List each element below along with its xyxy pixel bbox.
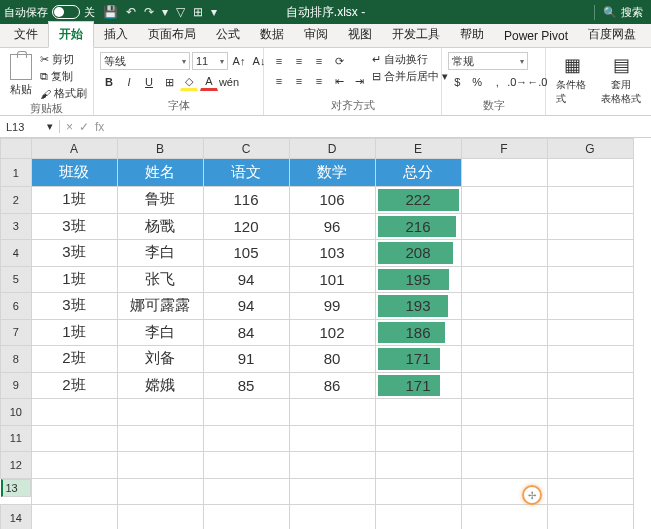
- column-header[interactable]: A: [31, 139, 117, 159]
- phonetic-button[interactable]: wén: [220, 73, 238, 91]
- cell[interactable]: [375, 478, 461, 505]
- cell[interactable]: [547, 159, 633, 187]
- row-header[interactable]: 1: [1, 159, 32, 187]
- cell[interactable]: 张飞: [117, 266, 203, 293]
- tab-开始[interactable]: 开始: [48, 21, 94, 48]
- font-name-select[interactable]: 等线▾: [100, 52, 190, 70]
- qat-dropdown-icon[interactable]: ▾: [162, 5, 168, 19]
- tab-视图[interactable]: 视图: [338, 22, 382, 47]
- cell[interactable]: 刘备: [117, 346, 203, 373]
- align-right-icon[interactable]: ≡: [310, 72, 328, 90]
- paste-button[interactable]: 粘贴: [6, 52, 36, 99]
- cell[interactable]: [289, 452, 375, 479]
- cell[interactable]: [461, 425, 547, 452]
- currency-icon[interactable]: $: [448, 73, 466, 91]
- cell[interactable]: 106: [289, 187, 375, 214]
- cell[interactable]: [461, 213, 547, 240]
- cell[interactable]: [547, 293, 633, 320]
- enter-icon[interactable]: ✓: [79, 120, 89, 134]
- toggle-switch[interactable]: [52, 5, 80, 19]
- cell[interactable]: [547, 425, 633, 452]
- cell[interactable]: 99: [289, 293, 375, 320]
- cell[interactable]: 102: [289, 319, 375, 346]
- table-header-cell[interactable]: 姓名: [117, 159, 203, 187]
- tab-开发工具[interactable]: 开发工具: [382, 22, 450, 47]
- cell[interactable]: 101: [289, 266, 375, 293]
- cell[interactable]: 171: [375, 346, 461, 373]
- fx-icon[interactable]: fx: [95, 120, 104, 134]
- autosave-toggle[interactable]: 自动保存 关: [4, 5, 95, 20]
- bold-button[interactable]: B: [100, 73, 118, 91]
- cell[interactable]: 嫦娥: [117, 372, 203, 399]
- cell[interactable]: 195: [375, 266, 461, 293]
- cell[interactable]: [31, 478, 117, 505]
- row-header[interactable]: 13: [1, 479, 31, 497]
- cell[interactable]: 105: [203, 240, 289, 267]
- cell[interactable]: [375, 425, 461, 452]
- cell[interactable]: [547, 372, 633, 399]
- cancel-icon[interactable]: ×: [66, 120, 73, 134]
- cell[interactable]: [461, 505, 547, 530]
- cell[interactable]: 3班: [31, 293, 117, 320]
- tab-帮助[interactable]: 帮助: [450, 22, 494, 47]
- tab-Power Pivot[interactable]: Power Pivot: [494, 25, 578, 47]
- comma-icon[interactable]: ,: [488, 73, 506, 91]
- cell[interactable]: 1班: [31, 266, 117, 293]
- cell[interactable]: 娜可露露: [117, 293, 203, 320]
- cell[interactable]: [461, 293, 547, 320]
- cell[interactable]: [461, 240, 547, 267]
- tab-百度网盘[interactable]: 百度网盘: [578, 22, 646, 47]
- filter-icon[interactable]: ▽: [176, 5, 185, 19]
- italic-button[interactable]: I: [120, 73, 138, 91]
- font-color-button[interactable]: A: [200, 73, 218, 91]
- row-header[interactable]: 9: [1, 372, 32, 399]
- tab-审阅[interactable]: 审阅: [294, 22, 338, 47]
- row-header[interactable]: 7: [1, 319, 32, 346]
- cell[interactable]: [203, 399, 289, 426]
- tab-文件[interactable]: 文件: [4, 22, 48, 47]
- cell[interactable]: 96: [289, 213, 375, 240]
- cell[interactable]: [547, 399, 633, 426]
- cell[interactable]: 2班: [31, 372, 117, 399]
- cell[interactable]: [547, 346, 633, 373]
- row-header[interactable]: 11: [1, 425, 32, 452]
- cell[interactable]: [461, 399, 547, 426]
- cell[interactable]: [117, 478, 203, 505]
- cell[interactable]: [203, 425, 289, 452]
- table-header-cell[interactable]: 班级: [31, 159, 117, 187]
- cell[interactable]: [547, 266, 633, 293]
- percent-icon[interactable]: %: [468, 73, 486, 91]
- cell[interactable]: [547, 213, 633, 240]
- cell[interactable]: [289, 478, 375, 505]
- cell[interactable]: [547, 319, 633, 346]
- indent-inc-icon[interactable]: ⇥: [350, 72, 368, 90]
- column-header[interactable]: C: [203, 139, 289, 159]
- cell[interactable]: 85: [203, 372, 289, 399]
- cut-button[interactable]: ✂剪切: [40, 52, 87, 67]
- redo-icon[interactable]: ↷: [144, 5, 154, 19]
- cell[interactable]: 94: [203, 266, 289, 293]
- cell[interactable]: [461, 372, 547, 399]
- table-header-cell[interactable]: 数学: [289, 159, 375, 187]
- border-button[interactable]: ⊞: [160, 73, 178, 91]
- name-box[interactable]: L13▾: [0, 120, 60, 133]
- cell[interactable]: [289, 505, 375, 530]
- align-top-icon[interactable]: ≡: [270, 52, 288, 70]
- format-painter-button[interactable]: 🖌格式刷: [40, 86, 87, 101]
- row-header[interactable]: 5: [1, 266, 32, 293]
- cell[interactable]: [203, 505, 289, 530]
- column-header[interactable]: G: [547, 139, 633, 159]
- cell[interactable]: [461, 187, 547, 214]
- cell[interactable]: 193: [375, 293, 461, 320]
- cell[interactable]: [547, 187, 633, 214]
- column-header[interactable]: E: [375, 139, 461, 159]
- inc-decimal-icon[interactable]: .0→: [508, 73, 526, 91]
- row-header[interactable]: 4: [1, 240, 32, 267]
- cell[interactable]: 80: [289, 346, 375, 373]
- cell[interactable]: [547, 452, 633, 479]
- wrap-text-button[interactable]: ↵自动换行: [372, 52, 448, 67]
- row-header[interactable]: 10: [1, 399, 32, 426]
- cell[interactable]: 鲁班: [117, 187, 203, 214]
- cell[interactable]: [461, 159, 547, 187]
- cell[interactable]: [31, 452, 117, 479]
